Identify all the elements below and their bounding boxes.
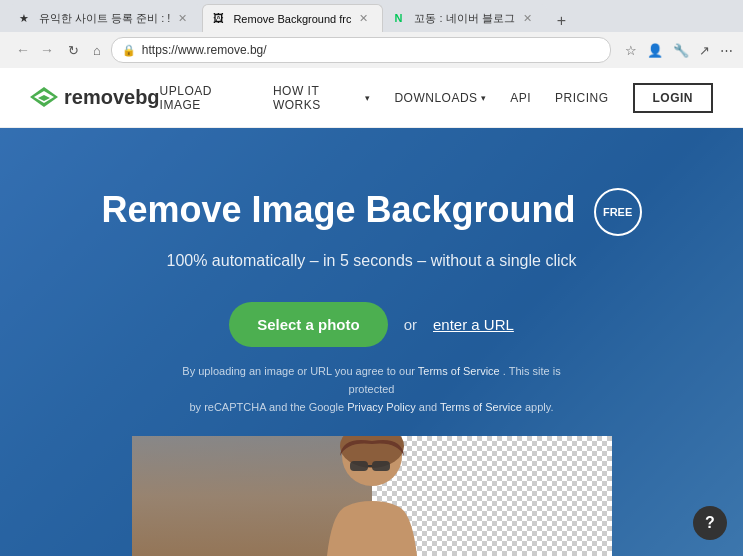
new-tab-button[interactable]: +	[551, 10, 572, 32]
nav-how-it-works[interactable]: HOW IT WORKS ▾	[273, 84, 371, 112]
nav-links: UPLOAD IMAGE HOW IT WORKS ▾ DOWNLOADS ▾ …	[160, 83, 713, 113]
demo-image	[132, 436, 612, 556]
share-button[interactable]: ↗	[697, 41, 712, 60]
demo-area	[132, 436, 612, 556]
select-photo-button[interactable]: Select a photo	[229, 302, 388, 347]
site-navigation: removebg UPLOAD IMAGE HOW IT WORKS ▾ DOW…	[0, 68, 743, 128]
forward-button[interactable]: →	[36, 40, 58, 60]
fine-print: By uploading an image or URL you agree t…	[172, 363, 572, 416]
tab-2-favicon: 🖼	[213, 12, 227, 26]
lock-icon: 🔒	[122, 44, 136, 57]
home-button[interactable]: ⌂	[89, 41, 105, 60]
nav-pricing[interactable]: PRICING	[555, 91, 609, 105]
privacy-link[interactable]: Privacy Policy	[347, 401, 415, 413]
website-content: removebg UPLOAD IMAGE HOW IT WORKS ▾ DOW…	[0, 68, 743, 556]
tab-3-favicon: N	[394, 12, 408, 26]
help-button[interactable]: ?	[693, 506, 727, 540]
hero-content: Remove Image Background FREE 100% automa…	[0, 188, 743, 416]
terms-link-1[interactable]: Terms of Service	[418, 365, 500, 377]
enter-url-link[interactable]: enter a URL	[433, 316, 514, 333]
tab-1-close[interactable]: ✕	[176, 11, 189, 26]
tab-1-favicon: ★	[19, 12, 33, 26]
bookmark-icon[interactable]: ☆	[623, 41, 639, 60]
profile-button[interactable]: 👤	[645, 41, 665, 60]
menu-button[interactable]: ⋯	[718, 41, 735, 60]
nav-arrows: ← →	[12, 40, 58, 60]
person-silhouette	[282, 436, 462, 556]
tab-1[interactable]: ★ 유익한 사이트 등록 준비 : ! ✕	[8, 4, 202, 32]
browser-toolbar: ← → ↻ ⌂ 🔒 https://www.remove.bg/ ☆ 👤 🔧 ↗…	[0, 32, 743, 68]
terms-link-2[interactable]: Terms of Service	[440, 401, 522, 413]
hero-actions: Select a photo or enter a URL	[0, 302, 743, 347]
url-text: https://www.remove.bg/	[142, 43, 267, 57]
how-it-works-chevron: ▾	[365, 93, 371, 103]
tab-1-label: 유익한 사이트 등록 준비 : !	[39, 11, 170, 26]
svg-rect-5	[350, 461, 368, 471]
hero-title: Remove Image Background FREE	[0, 188, 743, 236]
login-button[interactable]: LOGIN	[633, 83, 714, 113]
nav-upload-image[interactable]: UPLOAD IMAGE	[160, 84, 249, 112]
nav-api[interactable]: API	[510, 91, 531, 105]
back-button[interactable]: ←	[12, 40, 34, 60]
tab-2-label: Remove Background frc	[233, 13, 351, 25]
tab-2-close[interactable]: ✕	[357, 11, 370, 26]
free-badge: FREE	[594, 188, 642, 236]
tab-3-close[interactable]: ✕	[521, 11, 534, 26]
tab-2[interactable]: 🖼 Remove Background frc ✕	[202, 4, 383, 32]
browser-actions: ☆ 👤 🔧 ↗ ⋯	[623, 41, 735, 60]
logo-text: removebg	[64, 86, 160, 109]
hero-section: Remove Image Background FREE 100% automa…	[0, 128, 743, 556]
logo-icon	[30, 87, 58, 109]
downloads-chevron: ▾	[481, 93, 487, 103]
hero-subtitle: 100% automatically – in 5 seconds – with…	[0, 252, 743, 270]
tab-3[interactable]: N 꼬동 : 네이버 블로그 ✕	[383, 4, 546, 32]
tab-3-label: 꼬동 : 네이버 블로그	[414, 11, 514, 26]
nav-downloads[interactable]: DOWNLOADS ▾	[394, 91, 486, 105]
tabs-bar: ★ 유익한 사이트 등록 준비 : ! ✕ 🖼 Remove Backgroun…	[0, 0, 743, 32]
svg-rect-6	[372, 461, 390, 471]
address-bar[interactable]: 🔒 https://www.remove.bg/	[111, 37, 611, 63]
or-text: or	[404, 316, 417, 333]
logo[interactable]: removebg	[30, 86, 160, 109]
reload-button[interactable]: ↻	[64, 41, 83, 60]
extension-button[interactable]: 🔧	[671, 41, 691, 60]
browser-chrome: ★ 유익한 사이트 등록 준비 : ! ✕ 🖼 Remove Backgroun…	[0, 0, 743, 68]
